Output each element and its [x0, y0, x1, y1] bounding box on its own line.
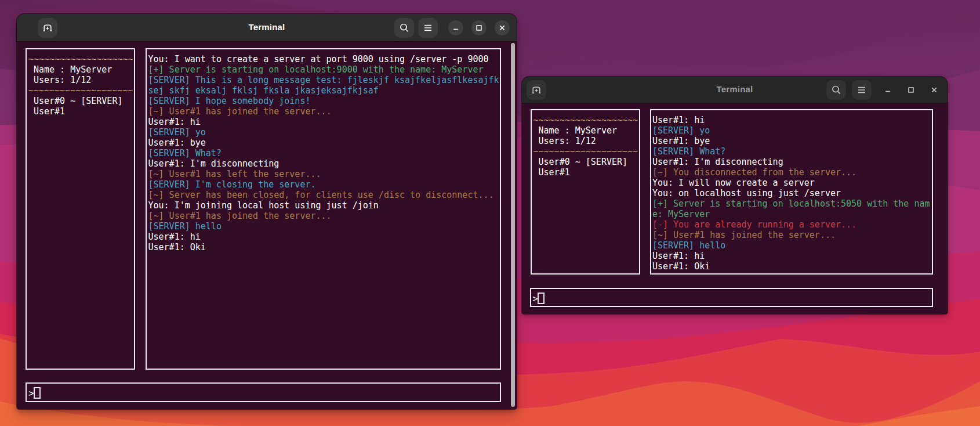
close-icon: [930, 86, 938, 94]
terminal-text-line: User#1: Oki: [652, 261, 930, 272]
terminal-text-line: User#1: hi: [652, 251, 930, 261]
terminal-text-line: User#1: [533, 167, 638, 178]
terminal-text-line: User#1: [28, 106, 133, 117]
message-input-box[interactable]: [26, 382, 501, 402]
terminal-text-line: [+] Server is starting on localhost:9000…: [148, 64, 499, 75]
search-button[interactable]: [826, 80, 846, 100]
terminal-window-left: Terminal ~~~~~~~~: [17, 14, 517, 409]
headerbar: Terminal: [522, 77, 948, 103]
terminal-text-line: sej skfj eksalj fklsj fksla jkasjeksajfk…: [148, 85, 499, 96]
terminal-text-line: [SERVER] What?: [148, 148, 499, 158]
terminal-text-line: You: on localhost using just /server: [652, 188, 930, 198]
terminal-text-line: Name : MyServer: [28, 64, 133, 75]
terminal-text-line: You: I'm joining local host using just /…: [148, 200, 499, 211]
minimize-button[interactable]: [448, 20, 463, 35]
terminal-text-line: ~~~~~~~~~~~~~~~~~~~~: [533, 146, 638, 157]
terminal-text-line: e: MyServer: [652, 209, 930, 219]
server-info-lines: ~~~~~~~~~~~~~~~~~~~~ Name : MyServer Use…: [533, 115, 638, 178]
terminal-text-line: You: I want to create a server at port 9…: [148, 54, 499, 64]
menu-button[interactable]: [852, 80, 872, 100]
minimize-button[interactable]: [880, 82, 895, 98]
terminal-text-line: [~] Server has been closed, for clients …: [148, 190, 499, 200]
input-prompt: >: [532, 293, 545, 304]
terminal-text-line: User#1: I'm disconnecting: [148, 158, 499, 169]
terminal-window-right: Terminal ~~~~~~~~: [522, 77, 948, 314]
terminal-text-line: ~~~~~~~~~~~~~~~~~~~~: [28, 54, 133, 64]
close-button[interactable]: [927, 82, 942, 98]
terminal-text-line: [SERVER] yo: [652, 125, 930, 136]
terminal-text-line: User#1: Oki: [148, 242, 499, 252]
terminal-text-line: User#0 ~ [SERVER]: [28, 96, 133, 106]
search-button[interactable]: [394, 18, 414, 38]
terminal-text-line: [-] You are already running a server...: [652, 219, 930, 230]
hamburger-menu-icon: [423, 23, 433, 33]
input-prompt: >: [28, 387, 41, 399]
terminal-text-line: [SERVER] hello: [652, 240, 930, 251]
window-title: Terminal: [17, 22, 517, 32]
terminal-text-line: [SERVER] What?: [652, 146, 930, 157]
headerbar: Terminal: [17, 14, 517, 42]
terminal-text-line: Users: 1/12: [533, 136, 638, 146]
maximize-button[interactable]: [903, 82, 919, 98]
maximize-icon: [907, 86, 915, 94]
chat-lines: User#1: hi[SERVER] yoUser#1: bye[SERVER]…: [652, 115, 930, 272]
maximize-button[interactable]: [471, 20, 487, 35]
message-input-box[interactable]: [530, 288, 933, 307]
terminal-text-line: ~~~~~~~~~~~~~~~~~~~~: [533, 115, 638, 125]
scrollbar[interactable]: [511, 43, 515, 407]
terminal-text-line: User#1: I'm disconnecting: [652, 157, 930, 167]
hamburger-menu-icon: [856, 85, 867, 95]
search-icon: [399, 23, 409, 33]
terminal-text-line: You: I will now create a server: [652, 178, 930, 188]
terminal-text-line: [~] You disconnected from the server...: [652, 167, 930, 178]
text-cursor: [34, 387, 41, 399]
terminal-text-line: ~~~~~~~~~~~~~~~~~~~~: [28, 85, 133, 96]
close-icon: [498, 24, 506, 32]
terminal-text-line: [SERVER] I hope somebody joins!: [148, 96, 499, 106]
terminal-text-line: [~] User#1 has joined the server...: [148, 211, 499, 221]
terminal-text-line: User#1: hi: [652, 115, 930, 125]
terminal-text-line: User#1: bye: [652, 136, 930, 146]
close-button[interactable]: [495, 20, 510, 35]
terminal-text-line: User#1: hi: [148, 232, 499, 242]
terminal-text-line: [~] User#1 has joined the server...: [148, 106, 499, 117]
terminal-text-line: [SERVER] This is a long message test: fj…: [148, 75, 499, 85]
text-cursor: [538, 293, 545, 304]
server-info-lines: ~~~~~~~~~~~~~~~~~~~~ Name : MyServer Use…: [28, 54, 133, 117]
terminal-text-line: [+] Server is starting on localhost:5050…: [652, 198, 930, 209]
maximize-icon: [475, 24, 483, 32]
terminal-text-line: Users: 1/12: [28, 75, 133, 85]
terminal-text-line: User#1: bye: [148, 138, 499, 148]
menu-button[interactable]: [418, 18, 438, 38]
minimize-icon: [884, 86, 892, 94]
terminal-text-line: [SERVER] I'm closing the server.: [148, 179, 499, 190]
minimize-icon: [452, 24, 460, 32]
terminal-text-line: [~] User#1 has joined the server...: [652, 230, 930, 240]
chat-lines: You: I want to create a server at port 9…: [148, 54, 499, 252]
terminal-text-line: User#1: hi: [148, 117, 499, 127]
search-icon: [831, 85, 841, 95]
terminal-text-line: [~] User#1 has left the server...: [148, 169, 499, 179]
terminal-text-line: [SERVER] yo: [148, 127, 499, 138]
terminal-text-line: [SERVER] hello: [148, 221, 499, 232]
terminal-text-line: User#0 ~ [SERVER]: [533, 157, 638, 167]
terminal-text-line: Name : MyServer: [533, 125, 638, 136]
